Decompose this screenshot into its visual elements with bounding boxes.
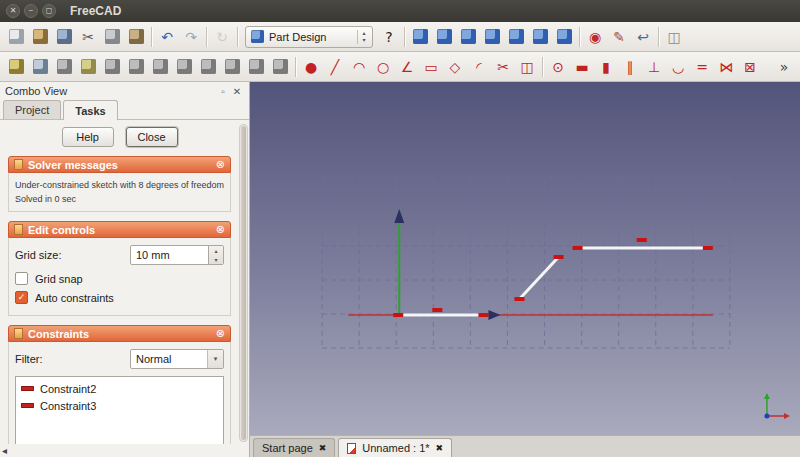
revolution-button[interactable] [124, 55, 148, 79]
titlebar: ✕ − ◻ FreeCAD [0, 0, 800, 22]
toolbar-overflow-button[interactable]: » [772, 55, 796, 79]
trim-edge-button[interactable]: ✂ [491, 55, 515, 79]
grid-snap-checkbox[interactable] [15, 272, 28, 285]
constrain-horizontal-button[interactable]: ▬ [570, 55, 594, 79]
window-minimize-button[interactable]: − [24, 4, 38, 18]
cut-button[interactable]: ✂ [76, 25, 100, 49]
constraint-marker[interactable] [393, 313, 403, 317]
sketch-canvas[interactable] [250, 82, 800, 435]
create-circle-button[interactable]: ○ [371, 55, 395, 79]
paste-button[interactable] [124, 25, 148, 49]
leave-sketch-button[interactable]: ↩ [631, 25, 655, 49]
tab-unnamed-document[interactable]: Unnamed : 1* ✖ [338, 438, 452, 457]
groove-button[interactable] [148, 55, 172, 79]
redo-button[interactable]: ↷ [179, 25, 203, 49]
constraint-marker[interactable] [432, 308, 442, 312]
collapse-section-icon[interactable]: ⊗ [216, 328, 225, 339]
pad-button[interactable] [76, 55, 100, 79]
refresh-button[interactable]: ↻ [210, 25, 234, 49]
constraint-list[interactable]: Constraint2Constraint3 [15, 376, 224, 444]
panel-scrollbar[interactable] [239, 124, 248, 442]
create-arc-button[interactable]: ◠ [347, 55, 371, 79]
spin-up-icon[interactable]: ▴ [209, 246, 223, 255]
external-geometry-button[interactable]: ◫ [515, 55, 539, 79]
constraint-list-item[interactable]: Constraint2 [18, 380, 221, 397]
create-polygon-button[interactable]: ◇ [443, 55, 467, 79]
constraint-marker[interactable] [554, 255, 564, 259]
spin-down-icon[interactable]: ▾ [209, 255, 223, 264]
tab-project[interactable]: Project [3, 100, 61, 119]
document-tabbar: Start page ✖ Unnamed : 1* ✖ [250, 435, 800, 457]
constrain-lock-button[interactable]: ⊠ [738, 55, 762, 79]
collapse-section-icon[interactable]: ⊗ [216, 159, 225, 170]
constraint-marker[interactable] [478, 313, 488, 317]
axonometric-view-button[interactable] [432, 25, 456, 49]
front-view-button[interactable] [456, 25, 480, 49]
constraint-marker[interactable] [573, 246, 583, 250]
scroll-left-icon[interactable]: ◂ [2, 445, 7, 456]
create-polyline-button[interactable]: ∠ [395, 55, 419, 79]
constrain-coincident-button[interactable]: ⊙ [546, 55, 570, 79]
undo-button[interactable]: ↶ [155, 25, 179, 49]
constraint-list-item[interactable]: Constraint3 [18, 397, 221, 414]
create-part-button[interactable] [28, 55, 52, 79]
sketch-edge[interactable] [519, 257, 558, 299]
create-line-button[interactable]: ╱ [323, 55, 347, 79]
boolean-operation-button[interactable] [52, 55, 76, 79]
filter-dropdown[interactable]: Normal ▾ [130, 349, 224, 369]
window-maximize-button[interactable]: ◻ [42, 4, 56, 18]
open-document-button[interactable] [28, 25, 52, 49]
tab-tasks[interactable]: Tasks [63, 100, 117, 120]
scrollbar-thumb[interactable] [241, 126, 246, 440]
close-button[interactable]: Close [126, 127, 178, 147]
save-document-button[interactable] [52, 25, 76, 49]
create-rectangle-button[interactable]: ▭ [419, 55, 443, 79]
create-fillet-button[interactable]: ◜ [467, 55, 491, 79]
fillet-feature-button[interactable] [172, 55, 196, 79]
edit-sketch-button[interactable]: ✎ [607, 25, 631, 49]
close-tab-icon[interactable]: ✖ [436, 443, 444, 453]
toggle-views-button[interactable]: ◫ [662, 25, 686, 49]
draft-feature-button[interactable] [220, 55, 244, 79]
dock-close-button[interactable]: ✕ [230, 86, 244, 97]
create-point-button[interactable]: ● [299, 55, 323, 79]
constrain-equal-button[interactable]: = [690, 55, 714, 79]
chamfer-button[interactable] [196, 55, 220, 79]
workbench-stepper[interactable]: ▴▾ [357, 30, 370, 44]
auto-constraints-checkbox[interactable]: ✓ [15, 291, 28, 304]
constraint-marker[interactable] [514, 297, 524, 301]
close-tab-icon[interactable]: ✖ [319, 443, 327, 453]
bottom-view-button[interactable] [552, 25, 576, 49]
pocket-button[interactable] [100, 55, 124, 79]
new-sketch-button[interactable]: ◉ [583, 25, 607, 49]
collapse-section-icon[interactable]: ⊗ [216, 224, 225, 235]
grid-size-spinner[interactable]: 10 mm ▴ ▾ [130, 245, 224, 265]
top-view-button[interactable] [480, 25, 504, 49]
constraint-marker[interactable] [637, 238, 647, 242]
spinner-buttons[interactable]: ▴ ▾ [208, 246, 223, 264]
create-body-button[interactable] [4, 55, 28, 79]
constrain-parallel-button[interactable]: ∥ [618, 55, 642, 79]
right-view-button[interactable] [504, 25, 528, 49]
linear-pattern-button[interactable] [268, 55, 292, 79]
constraint-marker[interactable] [703, 246, 713, 250]
edit-controls-header[interactable]: Edit controls ⊗ [8, 221, 231, 238]
constrain-tangent-button[interactable]: ◡ [666, 55, 690, 79]
solver-messages-header[interactable]: Solver messages ⊗ [8, 156, 231, 173]
constraints-header[interactable]: Constraints ⊗ [8, 325, 231, 342]
window-close-button[interactable]: ✕ [6, 4, 20, 18]
tab-start-page[interactable]: Start page ✖ [253, 438, 335, 457]
constrain-symmetric-button[interactable]: ⋈ [714, 55, 738, 79]
copy-button[interactable] [100, 25, 124, 49]
help-button[interactable]: Help [62, 127, 114, 147]
constrain-perpendicular-button[interactable]: ⊥ [642, 55, 666, 79]
rear-view-button[interactable] [528, 25, 552, 49]
new-document-button[interactable] [4, 25, 28, 49]
dock-float-button[interactable]: ▫ [216, 86, 230, 97]
fit-all-button[interactable] [408, 25, 432, 49]
constrain-vertical-button[interactable]: ▮ [594, 55, 618, 79]
sketch-viewport[interactable] [250, 82, 800, 435]
workbench-selector[interactable]: Part Design▴▾ [245, 26, 373, 48]
mirrored-button[interactable] [244, 55, 268, 79]
whats-this-button[interactable]: ? [377, 25, 401, 49]
